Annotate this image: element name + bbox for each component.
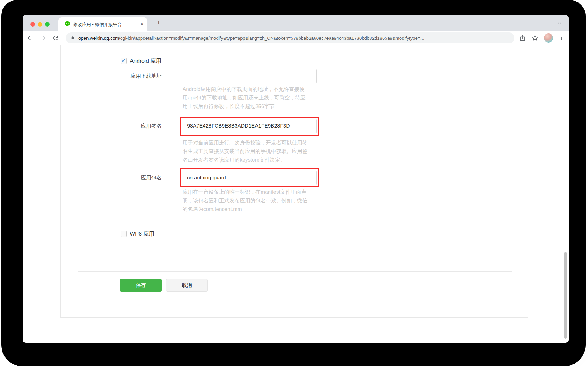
tab-close-button[interactable]: ✕: [139, 21, 145, 28]
tab-title: 修改应用 - 微信开放平台: [73, 22, 122, 28]
page-scrollbar[interactable]: [564, 252, 567, 339]
share-icon: [519, 34, 526, 42]
package-name-highlight-box: [180, 168, 319, 187]
section-divider: [78, 224, 512, 224]
url-text: open.weixin.qq.com/cgi-bin/appdetail?act…: [78, 36, 424, 41]
browser-tab[interactable]: 修改应用 - 微信开放平台 ✕: [58, 17, 147, 31]
tab-bar: 修改应用 - 微信开放平台 ✕ +: [23, 15, 569, 31]
zoom-window-button[interactable]: [45, 22, 50, 27]
cancel-button[interactable]: 取消: [166, 279, 208, 292]
ssl-lock-icon: [71, 36, 75, 40]
kebab-menu-icon: [561, 36, 562, 37]
profile-avatar[interactable]: [544, 33, 553, 43]
footer-divider: [78, 271, 512, 272]
close-icon: ✕: [141, 22, 144, 26]
navigation-toolbar: open.weixin.qq.com/cgi-bin/appdetail?act…: [23, 31, 569, 45]
bookmark-button[interactable]: [531, 34, 539, 42]
field-label-package-name: 应用包名: [100, 174, 162, 181]
field-label-download-url: 应用下载地址: [100, 73, 162, 80]
android-app-label: Android 应用: [130, 58, 161, 64]
app-signature-input[interactable]: [183, 119, 317, 133]
forward-button[interactable]: [40, 34, 47, 42]
browser-window: 修改应用 - 微信开放平台 ✕ + open.weixin.qq.com/cgi…: [23, 15, 569, 343]
download-url-input[interactable]: [183, 69, 317, 83]
star-icon: [531, 34, 539, 42]
app-signature-highlight-box: [180, 117, 319, 136]
page-content: ✓ Android 应用 应用下载地址 Android应用商店中的下载页面的地址…: [23, 45, 569, 342]
url-bar[interactable]: open.weixin.qq.com/cgi-bin/appdetail?act…: [66, 32, 514, 43]
package-name-input[interactable]: [183, 171, 317, 185]
package-name-help: 应用在一台设备上的唯一标识，在manifest文件里面声 明，该包名应和正式发布…: [183, 188, 307, 214]
share-button[interactable]: [519, 34, 526, 42]
wp8-app-checkbox[interactable]: [121, 231, 127, 237]
url-domain: open.weixin.qq.com: [78, 36, 119, 41]
url-path: /cgi-bin/appdetail?action=modify&t=manag…: [119, 36, 424, 41]
chevron-down-icon: [557, 21, 562, 26]
save-button[interactable]: 保存: [120, 279, 162, 292]
back-icon: [27, 34, 34, 42]
back-button[interactable]: [27, 34, 34, 42]
forward-icon: [40, 34, 47, 42]
download-url-help: Android应用商店中的下载页面的地址，不允许直接使 用apk包的下载地址，如…: [183, 85, 305, 111]
wechat-favicon-icon: [64, 21, 70, 27]
new-tab-button[interactable]: +: [155, 19, 163, 27]
reload-icon: [52, 34, 59, 42]
traffic-lights: [30, 22, 50, 27]
minimize-window-button[interactable]: [38, 22, 42, 27]
close-window-button[interactable]: [30, 22, 35, 27]
checkbox-check-icon: ✓: [122, 57, 126, 64]
plus-icon: +: [157, 19, 161, 27]
browser-menu-button[interactable]: [559, 35, 564, 41]
app-signature-help: 用于对当前应用进行二次身份校验，开发者可以使用签 名生成工具直接从安装当前应用的…: [183, 139, 307, 164]
android-app-checkbox[interactable]: ✓: [121, 58, 127, 64]
reload-button[interactable]: [52, 34, 59, 42]
field-label-app-signature: 应用签名: [100, 122, 162, 130]
tab-strip-chevron-button[interactable]: [557, 21, 562, 26]
wp8-app-label: WP8 应用: [130, 230, 154, 237]
